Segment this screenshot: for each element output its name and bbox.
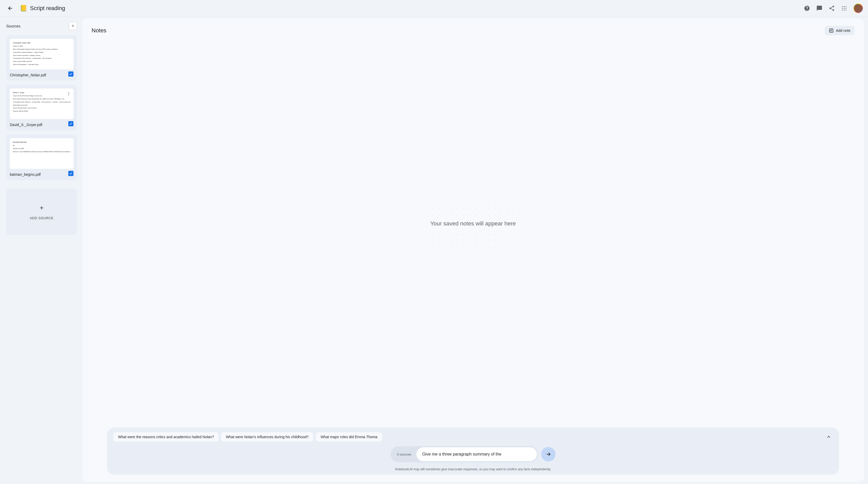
sources-title: Sources xyxy=(6,24,21,28)
svg-point-8 xyxy=(845,9,846,10)
page-title: Script reading xyxy=(30,5,65,12)
add-note-button[interactable]: Add note xyxy=(825,26,855,35)
arrow-right-icon xyxy=(545,451,551,457)
chat-icon xyxy=(816,5,823,11)
empty-state: Your saved notes will appear here xyxy=(92,40,855,428)
svg-point-3 xyxy=(842,8,843,8)
check-icon xyxy=(69,172,73,175)
suggestion-chip[interactable]: What were Nolan's influences during his … xyxy=(221,432,313,442)
notes-header: Notes Add note xyxy=(92,26,855,35)
chevron-up-icon xyxy=(826,434,831,439)
expand-suggestions-button[interactable] xyxy=(825,433,833,441)
preview-line: Christopher Nolan CBE xyxy=(13,41,70,45)
svg-rect-12 xyxy=(830,29,833,32)
source-card[interactable]: Christopher Nolan CBENolan in 2018Born C… xyxy=(6,35,77,81)
preview-line: Born Christopher Edward Nolan 30 July 19… xyxy=(13,48,70,51)
svg-point-4 xyxy=(844,8,844,8)
plus-icon: + xyxy=(39,204,44,212)
arrow-back-icon xyxy=(7,5,13,11)
source-more-button[interactable] xyxy=(66,91,72,97)
input-row: 3 sources xyxy=(113,446,833,462)
svg-point-6 xyxy=(842,9,843,10)
svg-point-2 xyxy=(845,6,846,7)
chat-input-area: What were the reasons critics and academ… xyxy=(107,428,839,475)
source-checkbox[interactable] xyxy=(68,72,73,77)
add-source-icon-button[interactable] xyxy=(69,22,77,30)
preview-line: Citizenship United Kingdom · United Stat… xyxy=(13,51,70,54)
notes-panel: Notes Add note Your saved notes will app… xyxy=(82,19,864,482)
preview-line: Nationality American xyxy=(13,104,70,107)
preview-line: Born David Samuel Goyer December 22, 196… xyxy=(13,97,70,101)
preview-line: Alma mater University College London xyxy=(13,54,70,57)
plus-box-icon xyxy=(71,24,75,28)
source-card[interactable]: David S. GoyerGoyer at the 2013 San Dieg… xyxy=(6,85,77,131)
source-name: Christopher_Nolan.pdf xyxy=(10,73,73,77)
share-icon xyxy=(829,5,835,11)
back-button[interactable] xyxy=(5,3,16,13)
help-icon xyxy=(804,5,810,11)
source-checkbox[interactable] xyxy=(68,121,73,126)
source-name: batman_begins.pdf xyxy=(10,172,73,176)
sources-header: Sources xyxy=(6,22,77,30)
sidebar: Sources Christopher Nolan CBENolan in 20… xyxy=(0,17,80,484)
preview-line: David S. Goyer xyxy=(13,91,70,94)
content: Notes Add note Your saved notes will app… xyxy=(80,17,868,484)
more-vert-icon xyxy=(67,92,71,96)
share-button[interactable] xyxy=(827,3,837,13)
send-button[interactable] xyxy=(541,447,556,461)
apps-button[interactable] xyxy=(839,3,849,13)
suggestion-chip[interactable]: What were the reasons critics and academ… xyxy=(113,432,219,442)
preview-line: Goyer at the 2013 San Diego Comic-Con xyxy=(13,94,70,97)
source-preview: Christopher Nolan CBENolan in 2018Born C… xyxy=(10,39,73,69)
notes-title: Notes xyxy=(92,27,106,34)
chat-input[interactable] xyxy=(416,447,537,461)
add-note-label: Add note xyxy=(836,28,850,33)
preview-line: Occupation Film director · screenwriter … xyxy=(13,101,70,104)
preview-line: Years active 1998–present xyxy=(13,60,70,63)
preview-line: Genre Screenwriter, comic books xyxy=(13,106,70,110)
source-card[interactable]: BATMAN BEGINSByDAVID GOYERBLACK. A low K… xyxy=(6,135,77,180)
check-icon xyxy=(69,122,73,125)
add-source-card[interactable]: + ADD SOURCE xyxy=(6,189,77,235)
main: Sources Christopher Nolan CBENolan in 20… xyxy=(0,17,868,484)
source-name: David_S._Goyer.pdf xyxy=(10,123,73,127)
sources-count: 3 sources xyxy=(392,452,416,456)
feedback-button[interactable] xyxy=(814,3,825,13)
apps-icon xyxy=(842,6,847,11)
add-source-label: ADD SOURCE xyxy=(30,216,54,220)
preview-line: Works Filmography · cinematic style xyxy=(13,63,70,66)
input-container: 3 sources xyxy=(391,446,538,462)
avatar-image xyxy=(854,4,862,12)
svg-point-10 xyxy=(68,93,69,94)
svg-point-7 xyxy=(844,9,844,10)
svg-point-1 xyxy=(844,6,844,7)
preview-line: By xyxy=(13,144,70,147)
note-add-icon xyxy=(829,28,834,33)
suggestion-chip[interactable]: What major roles did Emma Thoma xyxy=(316,432,382,442)
source-preview: BATMAN BEGINSByDAVID GOYERBLACK. A low K… xyxy=(10,138,73,169)
header: 📒 Script reading xyxy=(0,0,868,17)
help-button[interactable] xyxy=(802,3,812,13)
suggestions-row: What were the reasons critics and academ… xyxy=(113,432,833,442)
source-checkbox[interactable] xyxy=(68,171,73,176)
svg-point-0 xyxy=(842,6,843,7)
preview-line: DAVID GOYER xyxy=(13,147,70,150)
preview-line: BLACK. A low KEENING which becomes SCREE… xyxy=(13,150,70,153)
avatar[interactable] xyxy=(854,4,863,13)
svg-point-5 xyxy=(845,8,846,8)
preview-line: Nolan in 2018 xyxy=(13,45,70,48)
preview-line: Occupations Film director · screenwriter… xyxy=(13,57,70,60)
source-preview: David S. GoyerGoyer at the 2013 San Dieg… xyxy=(10,88,73,119)
preview-line: BATMAN BEGINS xyxy=(13,141,70,144)
svg-point-11 xyxy=(68,94,69,95)
disclaimer-text: NotebookLM may still sometimes give inac… xyxy=(113,467,833,471)
check-icon xyxy=(69,72,73,76)
svg-point-9 xyxy=(68,92,69,93)
notebook-icon: 📒 xyxy=(20,5,27,12)
empty-state-text: Your saved notes will appear here xyxy=(426,219,520,229)
preview-line: Spouse Marina Black xyxy=(13,110,70,113)
